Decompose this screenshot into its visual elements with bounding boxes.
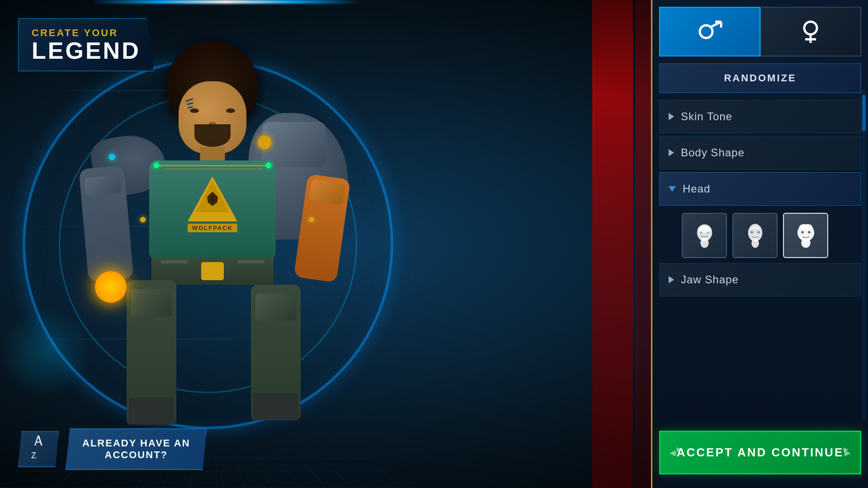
randomize-label: RANDOMIZE: [724, 72, 796, 84]
head-face-icon-1: [690, 221, 719, 250]
translate-icon: ＡZ: [31, 431, 46, 468]
jaw-shape-arrow-icon: [669, 276, 674, 283]
head-face-icon-2: [741, 221, 770, 250]
body-shape-label: Body Shape: [681, 146, 745, 159]
emblem-inner: [195, 181, 230, 212]
randomize-button[interactable]: RANDOMIZE: [659, 63, 861, 93]
female-symbol-icon: [797, 18, 824, 45]
chest-glow-left: [140, 217, 146, 222]
head-face-icon-3: [791, 221, 821, 250]
accept-and-continue-button[interactable]: ◀ ACCEPT AND CONTINUE ▶: [659, 431, 861, 474]
svg-point-19: [801, 238, 810, 248]
head-option-3[interactable]: [783, 213, 828, 258]
accept-right-arrow-icon: ▶: [844, 448, 851, 458]
chest-glow-right: [309, 217, 314, 222]
jaw-shape-option[interactable]: Jaw Shape: [659, 263, 861, 296]
char-right-leg: [251, 285, 301, 420]
char-emblem-text: WOLFPACK: [188, 224, 237, 232]
svg-point-20: [801, 231, 804, 234]
emblem-triangle: [188, 176, 237, 221]
head-label: Head: [683, 183, 710, 195]
title-overlay: CREATE YOUR LEGEND: [18, 18, 154, 71]
svg-point-15: [751, 239, 759, 248]
already-have-account-button[interactable]: ALREADY HAVE ANACCOUNT?: [66, 428, 207, 470]
gender-row: [652, 0, 868, 61]
head-options-row: [659, 208, 861, 260]
svg-point-17: [757, 231, 760, 234]
jaw-shape-label: Jaw Shape: [681, 273, 739, 286]
glow-orb: [95, 271, 127, 303]
shoulder-glow: [108, 154, 115, 160]
body-shape-arrow-icon: [669, 149, 674, 156]
accept-button-label: ACCEPT AND CONTINUE: [677, 446, 844, 459]
skin-tone-label: Skin Tone: [681, 110, 732, 123]
svg-point-21: [808, 231, 811, 234]
title-legend: LEGEND: [32, 39, 141, 62]
skin-tone-arrow-icon: [669, 113, 674, 120]
female-gender-button[interactable]: [760, 7, 862, 56]
head-arrow-icon: [669, 186, 676, 192]
svg-point-10: [700, 238, 709, 248]
char-left-leg: [127, 280, 176, 425]
svg-point-6: [804, 22, 817, 34]
character-figure: WOLFPACK: [68, 27, 357, 456]
head-option-2[interactable]: [732, 213, 778, 258]
svg-point-13: [698, 226, 711, 233]
male-symbol-icon: [696, 18, 723, 45]
char-emblem: [188, 176, 237, 226]
right-panel: RANDOMIZE Skin Tone Body Shape Head: [651, 0, 868, 488]
char-beard: [194, 124, 231, 147]
head-option[interactable]: Head: [659, 172, 861, 206]
account-button-text: ALREADY HAVE ANACCOUNT?: [82, 437, 190, 461]
accept-left-arrow-icon: ◀: [670, 448, 676, 458]
male-gender-button[interactable]: [659, 7, 760, 56]
bottom-left-controls: ＡZ ALREADY HAVE ANACCOUNT?: [18, 428, 207, 470]
scroll-thumb: [862, 95, 866, 131]
svg-point-2: [700, 25, 712, 38]
options-list: Skin Tone Body Shape Head: [652, 98, 868, 424]
body-shape-option[interactable]: Body Shape: [659, 136, 861, 169]
translate-button[interactable]: ＡZ: [18, 431, 59, 467]
svg-point-0: [210, 198, 211, 199]
svg-point-16: [750, 231, 753, 234]
skin-tone-option[interactable]: Skin Tone: [659, 100, 861, 133]
svg-point-1: [214, 198, 215, 199]
head-option-1[interactable]: [682, 213, 727, 258]
red-banner-left: [592, 0, 633, 488]
character-area: WOLFPACK: [0, 0, 425, 488]
character-body: WOLFPACK: [68, 27, 357, 456]
scroll-bar: [862, 90, 866, 420]
